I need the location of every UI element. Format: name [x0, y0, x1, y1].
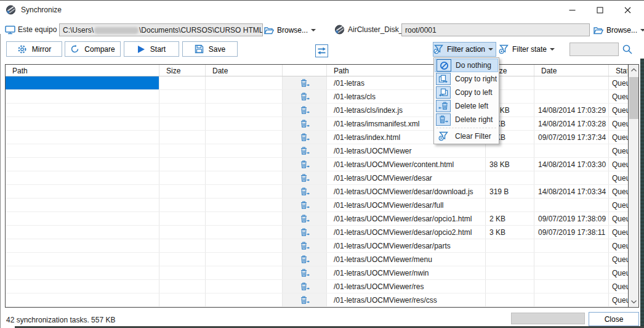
table-row[interactable]: /01-letras/UOCMViewer/content.html 38 KB…: [6, 158, 628, 171]
right-path-cell: /01-letras/UOCMViewer/content.html: [327, 158, 486, 171]
state-cell: Queued: [609, 158, 628, 171]
action-cell[interactable]: [283, 266, 327, 279]
left-date-cell: [206, 185, 283, 198]
action-cell[interactable]: [283, 104, 327, 117]
chevron-down-icon: [550, 48, 555, 51]
action-cell[interactable]: [283, 90, 327, 103]
menu-item-delete-right[interactable]: Delete right: [435, 113, 498, 126]
table-row[interactable]: /01-letras/UOCMViewer/res/css Queued: [6, 293, 628, 307]
left-size-cell: [159, 144, 206, 157]
delete-right-icon: [299, 295, 310, 305]
header-left-date[interactable]: Date: [206, 65, 283, 76]
table-row[interactable]: /01-letras/UOCMViewer/res Queued: [6, 280, 628, 293]
table-row[interactable]: /01-letras/UOCMViewer/desar/download.js …: [6, 185, 628, 199]
copy-right-icon: [436, 73, 451, 85]
target-browse-button[interactable]: Browse...: [594, 23, 644, 37]
action-cell[interactable]: [283, 293, 327, 306]
table-row[interactable]: /01-letras/index.html 3 KB 09/07/2019 17…: [6, 131, 628, 144]
maximize-button[interactable]: [586, 1, 614, 19]
right-path-cell: /01-letras/UOCMViewer/nwin: [327, 266, 486, 279]
menu-item-clear-filter[interactable]: Clear Filter: [435, 129, 498, 143]
table-row[interactable]: /01-letras/UOCMViewer/desar/opcio2.html …: [6, 226, 628, 239]
scroll-up-icon[interactable]: [629, 65, 639, 75]
save-button[interactable]: Save: [182, 41, 238, 57]
right-date-cell: [534, 266, 609, 279]
action-cell[interactable]: [283, 117, 327, 130]
table-row[interactable]: /01-letras/UOCMViewer/desar/parts Queued: [6, 239, 628, 253]
table-row[interactable]: /01-letras/UOCMViewer Queued: [6, 144, 628, 158]
play-icon: [137, 45, 145, 54]
header-left-size[interactable]: Size: [159, 65, 206, 76]
left-path-cell: [6, 117, 159, 130]
source-browse-button[interactable]: Browse...: [264, 23, 316, 37]
header-state[interactable]: State: [609, 65, 628, 76]
scroll-down-icon[interactable]: [629, 297, 639, 307]
status-bar: 42 synchronization tasks. 557 KB Close: [0, 308, 644, 328]
header-left-path[interactable]: Path: [6, 65, 159, 76]
left-path-cell: [6, 104, 159, 117]
close-window-button[interactable]: [614, 1, 642, 19]
target-path-input[interactable]: root/0001: [401, 23, 590, 36]
action-cell[interactable]: [283, 199, 327, 211]
search-icon[interactable]: [622, 44, 633, 55]
vertical-scrollbar[interactable]: [628, 65, 638, 307]
aircluster-disk-icon: [334, 25, 345, 35]
action-cell[interactable]: [283, 226, 327, 239]
filter-action-button[interactable]: Filter action: [433, 42, 496, 57]
left-size-cell: [159, 239, 206, 252]
action-cell[interactable]: [283, 253, 327, 266]
action-cell[interactable]: [283, 131, 327, 144]
action-cell[interactable]: [283, 239, 327, 252]
right-date-cell: [534, 76, 609, 89]
table-row[interactable]: /01-letras/UOCMViewer/desar/full Queued: [6, 199, 628, 212]
left-size-cell: [159, 117, 206, 130]
right-path-cell: /01-letras/UOCMViewer/desar/download.js: [327, 185, 486, 198]
table-row[interactable]: /01-letras/UOCMViewer/desar Queued: [6, 171, 628, 185]
chevron-down-icon: [488, 48, 493, 51]
menu-item-copy-to-left[interactable]: Copy to left: [435, 86, 498, 99]
filter-state-button[interactable]: Filter state: [498, 42, 567, 57]
left-path-cell: [6, 144, 159, 157]
menu-separator: [437, 128, 496, 128]
minimize-button[interactable]: [558, 1, 586, 19]
table-row[interactable]: /01-letras/imsmanifest.xml 1 KB 14/08/20…: [6, 117, 628, 131]
table-row[interactable]: /01-letras/UOCMViewer/menu Queued: [6, 253, 628, 266]
right-path-cell: /01-letras/UOCMViewer/res/css: [327, 293, 486, 306]
table-row[interactable]: /01-letras/UOCMViewer/nwin Queued: [6, 266, 628, 280]
start-button[interactable]: Start: [124, 41, 179, 57]
header-action: [283, 65, 327, 76]
right-size-cell: 38 KB: [486, 158, 534, 171]
action-cell[interactable]: [283, 144, 327, 157]
menu-item-delete-left[interactable]: Delete left: [435, 99, 498, 113]
table-row[interactable]: /01-letras/cls/index.js 12 KB 14/08/2014…: [6, 104, 628, 117]
right-date-cell: 14/08/2014 17:03:29: [534, 104, 609, 117]
right-date-cell: [534, 293, 609, 306]
source-path-input[interactable]: C:\Users\\Documents\CURSOS\CURSO HTML MI…: [59, 23, 263, 36]
mirror-button[interactable]: Mirror: [6, 41, 62, 57]
left-path-cell: [6, 239, 159, 252]
right-date-cell: 14/08/2014 17:03:28: [534, 117, 609, 130]
menu-item-do-nothing[interactable]: Do nothing: [435, 59, 498, 72]
left-path-cell: [6, 212, 159, 225]
compare-button[interactable]: Compare: [65, 41, 121, 57]
clear-filter-icon: [436, 131, 451, 141]
table-row[interactable]: /01-letras Queued: [6, 76, 628, 90]
table-row[interactable]: /01-letras/UOCMViewer/desar/opcio1.html …: [6, 212, 628, 226]
refresh-icon: [70, 44, 79, 54]
action-cell[interactable]: [283, 158, 327, 171]
close-button[interactable]: Close: [589, 312, 639, 326]
delete-right-icon: [299, 268, 310, 278]
menu-item-copy-to-right[interactable]: Copy to right: [435, 72, 498, 86]
action-cell[interactable]: [283, 185, 327, 198]
action-cell[interactable]: [283, 212, 327, 225]
scrollbar-thumb[interactable]: [629, 77, 638, 119]
save-floppy-icon: [195, 44, 204, 54]
header-right-date[interactable]: Date: [534, 65, 609, 76]
search-input[interactable]: [570, 43, 619, 56]
left-path-cell: [6, 90, 159, 103]
action-cell[interactable]: [283, 171, 327, 184]
action-cell[interactable]: [283, 280, 327, 293]
action-cell[interactable]: [283, 76, 327, 89]
table-row[interactable]: /01-letras/cls Queued: [6, 90, 628, 104]
delete-right-icon: [299, 200, 310, 210]
